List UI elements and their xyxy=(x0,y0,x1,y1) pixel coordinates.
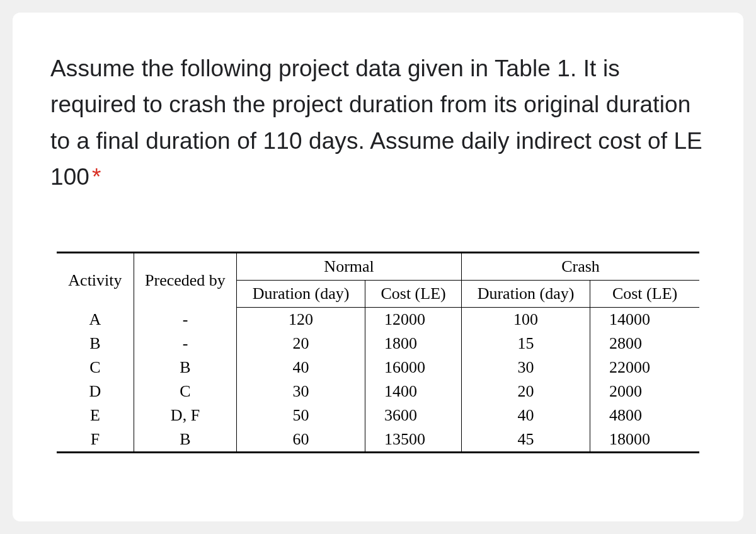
cell-preceded: C xyxy=(134,380,236,403)
header-normal-duration: Duration (day) xyxy=(237,281,365,308)
header-activity: Activity xyxy=(57,253,134,308)
header-crash-group: Crash xyxy=(462,253,699,281)
cell-activity: B xyxy=(57,332,134,356)
cell-crash-cost: 2800 xyxy=(590,332,699,356)
header-crash-cost: Cost (LE) xyxy=(590,281,699,308)
cell-crash-cost: 2000 xyxy=(590,380,699,403)
cell-normal-cost: 3600 xyxy=(365,403,462,427)
cell-normal-duration: 60 xyxy=(237,427,365,453)
cell-crash-duration: 100 xyxy=(462,308,590,332)
question-card: Assume the following project data given … xyxy=(13,13,743,521)
cell-preceded: - xyxy=(134,332,236,356)
project-data-table: Activity Preceded by Normal Crash Durati… xyxy=(57,252,699,453)
cell-activity: E xyxy=(57,403,134,427)
cell-normal-duration: 30 xyxy=(237,380,365,403)
cell-normal-cost: 13500 xyxy=(365,427,462,453)
table-row: D C 30 1400 20 2000 xyxy=(57,380,699,403)
cell-normal-cost: 12000 xyxy=(365,308,462,332)
cell-crash-duration: 30 xyxy=(462,356,590,380)
header-crash-duration: Duration (day) xyxy=(462,281,590,308)
table-header-row-1: Activity Preceded by Normal Crash xyxy=(57,253,699,281)
cell-activity: A xyxy=(57,308,134,332)
cell-crash-duration: 20 xyxy=(462,380,590,403)
cell-normal-duration: 50 xyxy=(237,403,365,427)
question-text: Assume the following project data given … xyxy=(50,50,706,195)
cell-crash-duration: 15 xyxy=(462,332,590,356)
question-body: Assume the following project data given … xyxy=(50,55,702,190)
cell-crash-duration: 40 xyxy=(462,403,590,427)
table-row: A - 120 12000 100 14000 xyxy=(57,308,699,332)
cell-activity: F xyxy=(57,427,134,453)
cell-preceded: D, F xyxy=(134,403,236,427)
cell-normal-duration: 20 xyxy=(237,332,365,356)
cell-crash-cost: 18000 xyxy=(590,427,699,453)
header-normal-group: Normal xyxy=(237,253,462,281)
cell-preceded: B xyxy=(134,427,236,453)
header-normal-cost: Cost (LE) xyxy=(365,281,462,308)
cell-activity: C xyxy=(57,356,134,380)
required-marker: * xyxy=(92,164,101,190)
project-data-table-container: Activity Preceded by Normal Crash Durati… xyxy=(50,252,706,453)
table-row: F B 60 13500 45 18000 xyxy=(57,427,699,453)
cell-normal-duration: 120 xyxy=(237,308,365,332)
table-row: C B 40 16000 30 22000 xyxy=(57,356,699,380)
table-row: E D, F 50 3600 40 4800 xyxy=(57,403,699,427)
table-body: A - 120 12000 100 14000 B - 20 1800 15 2… xyxy=(57,308,699,453)
cell-crash-cost: 4800 xyxy=(590,403,699,427)
cell-crash-cost: 22000 xyxy=(590,356,699,380)
cell-normal-cost: 1400 xyxy=(365,380,462,403)
cell-preceded: - xyxy=(134,308,236,332)
cell-normal-cost: 16000 xyxy=(365,356,462,380)
cell-preceded: B xyxy=(134,356,236,380)
cell-normal-cost: 1800 xyxy=(365,332,462,356)
table-row: B - 20 1800 15 2800 xyxy=(57,332,699,356)
cell-crash-duration: 45 xyxy=(462,427,590,453)
header-preceded-by: Preceded by xyxy=(134,253,236,308)
cell-crash-cost: 14000 xyxy=(590,308,699,332)
cell-normal-duration: 40 xyxy=(237,356,365,380)
cell-activity: D xyxy=(57,380,134,403)
